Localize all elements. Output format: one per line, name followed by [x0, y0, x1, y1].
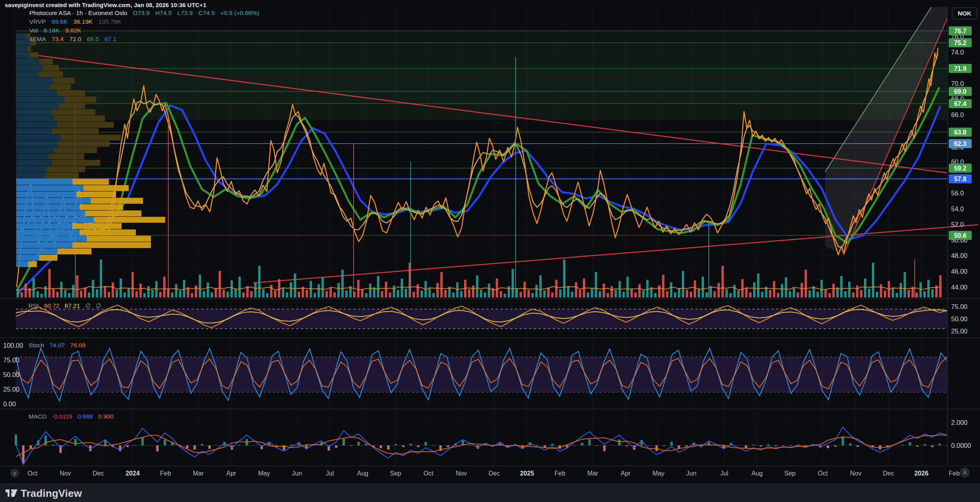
price-tick-label: 54.0	[951, 205, 964, 213]
price-level-badge: 67.4	[949, 99, 972, 108]
vrvp-value-3: 105.79K	[99, 18, 122, 25]
macd-value-2: 0.888	[78, 413, 93, 420]
price-change: +0.5 (+0.68%)	[221, 9, 259, 16]
footer-bar: TradingView	[0, 483, 980, 502]
time-axis-label: Mar	[587, 470, 598, 477]
price-tick-label: 70.0	[951, 80, 964, 87]
stoch-tick-label: 100.00	[3, 342, 23, 349]
time-axis-label: Oct	[424, 470, 434, 477]
price-level-badge: 63.8	[949, 128, 972, 137]
rsi-label: RSI	[29, 302, 39, 309]
chart-legend: Photocure ASA · 1h · Euronext Oslo O73.9…	[29, 9, 263, 44]
time-axis-label: Nov	[456, 470, 467, 477]
stoch-legend[interactable]: Stoch 74.07 76.08	[29, 342, 89, 349]
time-axis-label: 2026	[914, 470, 929, 477]
timezone-button[interactable]: z	[10, 469, 19, 477]
time-axis-label: Dec	[883, 470, 894, 477]
price-level-badge: 71.9	[949, 64, 972, 73]
time-axis-label: Nov	[60, 470, 71, 477]
vrvp-row[interactable]: VRVP 69.6K 36.19K 105.79K	[29, 17, 263, 26]
symbol-row[interactable]: Photocure ASA · 1h · Euronext Oslo O73.9…	[29, 9, 263, 17]
stoch-tick-label: 50.00	[3, 371, 19, 379]
ohlc-high: H74.5	[155, 9, 171, 16]
price-level-badge: 57.8	[949, 174, 972, 184]
rsi-tick-label: 75.00	[951, 303, 967, 311]
ohlc-open: O73.9	[133, 9, 150, 16]
price-tick-label: 74.0	[951, 49, 964, 56]
symbol-title[interactable]: Photocure ASA · 1h · Euronext Oslo	[29, 9, 127, 16]
price-tick-label: 44.00	[951, 284, 967, 291]
price-level-badge: 62.3	[949, 139, 972, 148]
time-axis-label: May	[258, 470, 270, 477]
ema-value-2: 72.0	[69, 36, 81, 42]
rsi-value-1: 60.72	[44, 302, 59, 309]
time-axis-label: Oct	[28, 470, 38, 477]
time-axis-label: Sep	[390, 470, 401, 477]
macd-tick-label: 0.0000	[951, 442, 971, 449]
price-tick-label: 66.0	[951, 111, 964, 119]
tradingview-logo-icon[interactable]	[6, 488, 17, 500]
ema-value-1: 73.4	[52, 36, 64, 42]
rsi-null-2: ∅	[96, 302, 101, 309]
price-level-badge: 76.7	[949, 27, 972, 36]
volume-row[interactable]: Vol 8.16K 9.82K	[29, 26, 263, 35]
price-tick-label: 52.0	[951, 221, 964, 228]
time-axis-label: Apr	[226, 470, 236, 477]
price-level-badge: 69.0	[949, 87, 972, 96]
time-axis-label: Dec	[489, 470, 500, 477]
macd-value-1: -0.0119	[52, 413, 72, 420]
price-level-badge: 59.2	[949, 164, 972, 173]
currency-button[interactable]: NOK	[952, 8, 977, 19]
auto-scale-button[interactable]: A	[960, 468, 970, 477]
price-level-badge: 50.6	[949, 231, 972, 240]
price-tick-label: 48.00	[951, 252, 967, 260]
stoch-axis[interactable]: 100.0075.0050.0025.000.00	[0, 339, 17, 410]
stoch-tick-label: 75.00	[3, 356, 19, 364]
volume-value-2: 9.82K	[65, 27, 82, 34]
stoch-tick-label: 0.00	[3, 400, 16, 408]
time-axis-label: Mar	[193, 470, 204, 477]
tradingview-chart-window: savepiginvest created with TradingView.c…	[0, 0, 980, 502]
time-axis-label: Oct	[818, 470, 828, 477]
vrvp-value-2: 36.19K	[73, 18, 93, 25]
tradingview-brand-text[interactable]: TradingView	[21, 487, 82, 500]
rsi-legend[interactable]: RSI 60.72 67.21 ∅ ∅	[29, 302, 105, 309]
macd-value-3: 0.900	[98, 413, 114, 420]
price-tick-label: 56.0	[951, 189, 964, 197]
rsi-tick-label: 25.00	[951, 328, 967, 335]
stoch-value-1: 74.07	[49, 342, 65, 349]
ohlc-low: L73.9	[177, 9, 193, 16]
volume-value-1: 8.16K	[44, 27, 60, 34]
price-tick-label: 46.00	[951, 268, 967, 275]
volume-label: Vol	[29, 27, 38, 34]
time-axis-label: Feb	[160, 470, 171, 477]
stoch-label: Stoch	[29, 342, 44, 349]
time-axis[interactable]: z A OctNovDec2024FebMarAprMayJunJulAugSe…	[0, 467, 980, 483]
rsi-null-1: ∅	[85, 302, 91, 309]
time-axis-label: Jun	[686, 470, 696, 477]
rsi-tick-label: 50.00	[951, 315, 967, 323]
macd-tick-label: 2.000	[951, 419, 967, 426]
price-level-badge: 75.2	[949, 38, 972, 47]
time-axis-label: Jul	[326, 470, 334, 477]
time-axis-label: Feb	[554, 470, 565, 477]
time-axis-label: Nov	[850, 470, 861, 477]
ema-value-3: 69.5	[87, 36, 99, 42]
price-axis[interactable]: NOK 76.074.070.068.066.062.060.056.054.0…	[948, 7, 980, 466]
time-axis-label: Sep	[784, 470, 795, 477]
time-axis-label: 2024	[126, 470, 140, 477]
ema-label: 4EMA	[29, 36, 46, 42]
vrvp-value-1: 69.6K	[51, 18, 68, 25]
macd-legend[interactable]: MACD -0.0119 0.888 0.900	[29, 413, 117, 420]
time-axis-label: Aug	[357, 470, 368, 477]
time-axis-label: Aug	[752, 470, 763, 477]
stoch-tick-label: 25.00	[3, 386, 19, 393]
chart-canvas[interactable]	[0, 0, 980, 502]
time-axis-label: Dec	[93, 470, 104, 477]
time-axis-label: May	[653, 470, 664, 477]
ema-value-4: 67.1	[105, 36, 116, 42]
time-axis-label: Jul	[720, 470, 728, 477]
time-axis-label: 2025	[520, 470, 534, 477]
macd-label: MACD	[29, 413, 47, 420]
ema-row[interactable]: 4EMA 73.4 72.0 69.5 67.1	[29, 35, 263, 44]
